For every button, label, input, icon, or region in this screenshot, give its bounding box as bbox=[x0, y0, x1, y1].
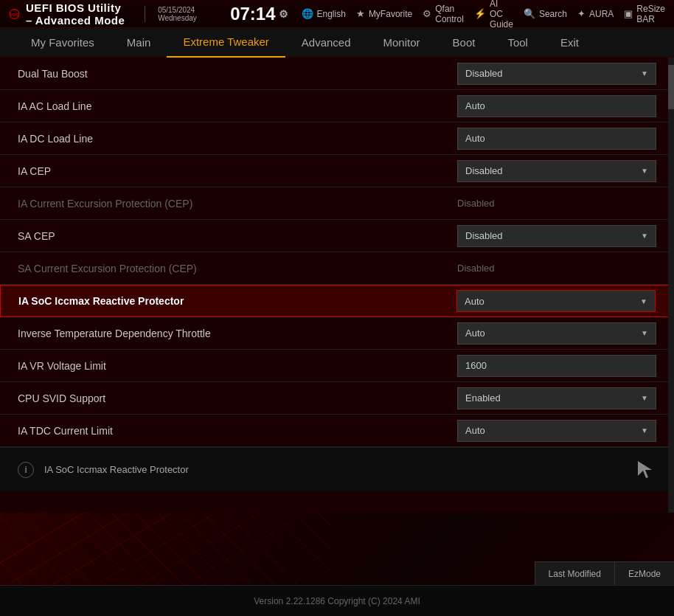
info-bar: i IA SoC Iccmax Reactive Protector bbox=[0, 447, 674, 491]
table-row: IA TDC Current Limit Auto ▼ bbox=[0, 415, 674, 447]
settings-area: Dual Tau Boost Disabled ▼ IA AC Load Lin… bbox=[0, 58, 674, 447]
nav-monitor[interactable]: Monitor bbox=[367, 28, 437, 58]
chevron-down-icon: ▼ bbox=[641, 329, 648, 337]
inv-temp-dropdown[interactable]: Auto ▼ bbox=[457, 322, 656, 345]
header-divider bbox=[145, 6, 145, 22]
footer-buttons: Last Modified EzMode bbox=[535, 561, 674, 585]
setting-label-sa-cep-protection: SA Current Excursion Protection (CEP) bbox=[18, 263, 197, 274]
datetime-block: 05/15/2024 Wednesday bbox=[158, 6, 217, 22]
chevron-down-icon: ▼ bbox=[641, 167, 648, 175]
dual-tau-boost-dropdown[interactable]: Disabled ▼ bbox=[457, 63, 656, 85]
setting-label-ia-ac-load-line: IA AC Load Line bbox=[18, 100, 91, 112]
header-logo: ROG UEFI BIOS Utility – Advanced Mode bbox=[9, 1, 131, 27]
table-row: IA VR Voltage Limit 1600 bbox=[0, 350, 674, 382]
fan-icon: ⚙ bbox=[423, 8, 431, 19]
aura-menu[interactable]: ✦ AURA bbox=[577, 8, 614, 19]
chevron-down-icon: ▼ bbox=[641, 232, 648, 240]
footer-bar: Version 2.22.1286 Copyright (C) 2024 AMI bbox=[0, 585, 674, 616]
ia-ac-load-line-value[interactable]: Auto bbox=[457, 95, 656, 117]
ia-cep-dropdown[interactable]: Disabled ▼ bbox=[457, 160, 656, 182]
footer-bg-decoration bbox=[0, 513, 406, 585]
scrollbar-track[interactable] bbox=[668, 58, 674, 513]
table-row: SA CEP Disabled ▼ bbox=[0, 220, 674, 252]
svg-text:ROG: ROG bbox=[10, 12, 20, 16]
setting-label-ia-cep-protection: IA Current Excursion Protection (CEP) bbox=[18, 198, 192, 210]
header-items: 🌐 English ★ MyFavorite ⚙ Qfan Control ⚡ … bbox=[302, 0, 665, 30]
cursor-arrow-icon bbox=[634, 457, 656, 480]
last-modified-button[interactable]: Last Modified bbox=[535, 561, 614, 585]
table-row: IA Current Excursion Protection (CEP) Di… bbox=[0, 187, 674, 220]
svg-line-4 bbox=[7, 513, 229, 585]
info-text: IA SoC Iccmax Reactive Protector bbox=[44, 464, 189, 475]
setting-label-sa-cep: SA CEP bbox=[18, 230, 55, 242]
version-text: Version 2.22.1286 Copyright (C) 2024 AMI bbox=[254, 596, 420, 606]
search-menu[interactable]: 🔍 Search bbox=[524, 8, 567, 19]
ia-tdc-dropdown[interactable]: Auto ▼ bbox=[457, 420, 656, 442]
table-row: SA Current Excursion Protection (CEP) Di… bbox=[0, 252, 674, 285]
setting-label-ia-vr-voltage: IA VR Voltage Limit bbox=[18, 360, 106, 372]
setting-label-dual-tau-boost: Dual Tau Boost bbox=[18, 68, 88, 80]
aura-icon: ✦ bbox=[577, 8, 586, 19]
info-icon: i bbox=[18, 462, 34, 478]
resizebar-menu[interactable]: ▣ ReSize BAR bbox=[624, 4, 665, 24]
setting-label-cpu-svid: CPU SVID Support bbox=[18, 392, 105, 404]
setting-label-ia-dc-load-line: IA DC Load Line bbox=[18, 133, 93, 145]
scrollbar-thumb[interactable] bbox=[668, 65, 674, 109]
table-row: Dual Tau Boost Disabled ▼ bbox=[0, 58, 674, 90]
app-title: UEFI BIOS Utility – Advanced Mode bbox=[26, 1, 131, 27]
nav-tool[interactable]: Tool bbox=[491, 28, 544, 58]
qfan-menu[interactable]: ⚙ Qfan Control bbox=[423, 4, 464, 24]
svg-line-8 bbox=[184, 513, 406, 585]
myfavorite-menu[interactable]: ★ MyFavorite bbox=[356, 8, 412, 19]
table-row: IA DC Load Line Auto bbox=[0, 122, 674, 155]
setting-label-ia-tdc: IA TDC Current Limit bbox=[18, 425, 113, 437]
setting-label-ia-cep: IA CEP bbox=[18, 165, 51, 177]
english-menu[interactable]: 🌐 English bbox=[302, 8, 346, 19]
search-icon: 🔍 bbox=[524, 8, 535, 19]
settings-icon[interactable]: ⚙ bbox=[279, 8, 288, 20]
nav-boot[interactable]: Boot bbox=[437, 28, 492, 58]
nav-main[interactable]: Main bbox=[111, 28, 167, 58]
table-row: Inverse Temperature Dependency Throttle … bbox=[0, 317, 674, 350]
chevron-down-icon: ▼ bbox=[641, 394, 648, 402]
setting-label-ia-soc-iccmax: IA SoC Iccmax Reactive Protector bbox=[18, 295, 184, 307]
svg-marker-2 bbox=[638, 461, 652, 478]
svg-line-5 bbox=[52, 513, 273, 585]
table-row: IA SoC Iccmax Reactive Protector Auto ▼ bbox=[0, 285, 674, 317]
nav-exit[interactable]: Exit bbox=[544, 28, 595, 58]
ai-icon: ⚡ bbox=[474, 8, 486, 19]
ezmode-button[interactable]: EzMode bbox=[614, 561, 674, 585]
nav-myfavorites[interactable]: My Favorites bbox=[15, 28, 111, 58]
ia-soc-iccmax-dropdown[interactable]: Auto ▼ bbox=[456, 290, 656, 312]
cursor-area bbox=[634, 457, 656, 482]
nav-advanced[interactable]: Advanced bbox=[285, 28, 367, 58]
svg-line-7 bbox=[140, 513, 361, 585]
rog-logo-icon: ROG bbox=[9, 4, 20, 24]
star-icon: ★ bbox=[356, 8, 365, 19]
nav-bar: My Favorites Main Extreme Tweaker Advanc… bbox=[0, 28, 674, 58]
header-bar: ROG UEFI BIOS Utility – Advanced Mode 05… bbox=[0, 0, 674, 28]
table-row: IA CEP Disabled ▼ bbox=[0, 155, 674, 187]
svg-line-3 bbox=[0, 513, 184, 585]
chevron-down-icon: ▼ bbox=[641, 69, 648, 77]
cpu-svid-dropdown[interactable]: Enabled ▼ bbox=[457, 387, 656, 409]
aioc-menu[interactable]: ⚡ AI OC Guide bbox=[474, 0, 513, 30]
globe-icon: 🌐 bbox=[302, 8, 313, 19]
ia-vr-voltage-value[interactable]: 1600 bbox=[457, 355, 656, 377]
day-display: Wednesday bbox=[158, 14, 197, 22]
chevron-down-icon: ▼ bbox=[641, 426, 648, 435]
table-row: CPU SVID Support Enabled ▼ bbox=[0, 382, 674, 415]
nav-extremetweaker[interactable]: Extreme Tweaker bbox=[167, 28, 285, 58]
time-display: 07:14 ⚙ bbox=[230, 4, 288, 24]
resizebar-icon: ▣ bbox=[624, 8, 633, 19]
date-display: 05/15/2024 bbox=[158, 6, 195, 14]
sa-cep-dropdown[interactable]: Disabled ▼ bbox=[457, 225, 656, 247]
svg-line-6 bbox=[96, 513, 317, 585]
table-row: IA AC Load Line Auto bbox=[0, 90, 674, 122]
setting-label-inv-temp: Inverse Temperature Dependency Throttle bbox=[18, 328, 211, 339]
chevron-down-icon: ▼ bbox=[640, 297, 647, 305]
ia-dc-load-line-value[interactable]: Auto bbox=[457, 128, 656, 150]
